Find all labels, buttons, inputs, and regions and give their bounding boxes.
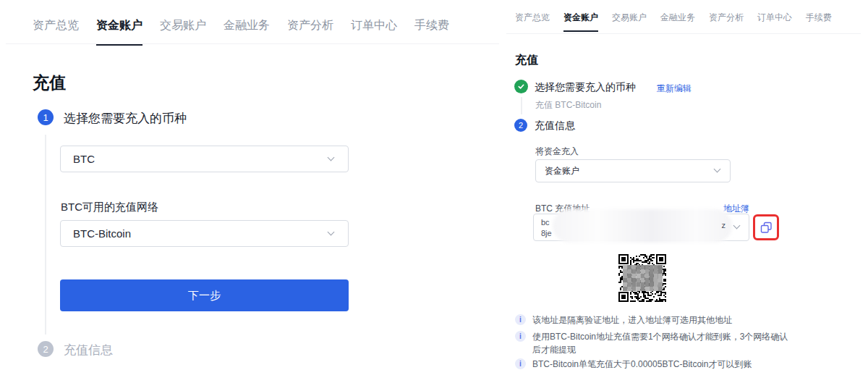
step1-label: 选择您需要充入的币种 <box>64 110 187 127</box>
tab-funding-account[interactable]: 资金账户 <box>563 12 598 32</box>
step-connector <box>45 135 46 334</box>
page-title: 充值 <box>33 72 66 94</box>
deposit-address-suffix: z <box>722 221 726 230</box>
note-text: BTC-Bitcoin单笔充值大于0.00005BTC-Bitcoin才可以到账 <box>532 358 790 371</box>
step2-indicator: 2 <box>514 119 527 132</box>
tab-asset-overview[interactable]: 资产总览 <box>515 12 550 32</box>
step2-label: 充值信息 <box>64 342 113 358</box>
note-text: 该地址是隔离验证地址，进入地址簿可选用其他地址 <box>532 313 790 327</box>
step1-summary: 充值 BTC-Bitcoin <box>535 99 601 111</box>
tab-asset-analysis[interactable]: 资产分析 <box>287 18 333 46</box>
tab-trading-account[interactable]: 交易账户 <box>612 12 647 32</box>
chevron-down-icon <box>733 222 741 230</box>
redaction-blur <box>553 209 732 243</box>
step1-indicator: 1 <box>38 109 54 125</box>
tab-asset-overview[interactable]: 资产总览 <box>33 18 79 46</box>
coin-select-value: BTC <box>73 153 95 165</box>
network-select[interactable]: BTC-Bitcoin <box>60 220 349 247</box>
deposit-to-label: 将资金充入 <box>535 146 579 158</box>
deposit-address-select[interactable]: bc 8je z <box>533 214 749 241</box>
note-text: 使用BTC-Bitcoin地址充值需要1个网络确认才能到账，3个网络确认后才能提… <box>532 330 790 356</box>
note-item: i 该地址是隔离验证地址，进入地址簿可选用其他地址 <box>515 313 790 327</box>
tab-fees[interactable]: 手续费 <box>806 12 832 32</box>
tabbar-divider <box>506 33 861 34</box>
highlight-box <box>753 214 779 240</box>
tab-funding-account[interactable]: 资金账户 <box>96 18 142 46</box>
chevron-down-icon <box>714 166 721 173</box>
deposit-page-step2: 资产总览 资金账户 交易账户 金融业务 资产分析 订单中心 手续费 充值 选择您… <box>506 0 868 383</box>
tab-financial-services[interactable]: 金融业务 <box>660 12 695 32</box>
copy-icon <box>760 222 773 234</box>
network-select-value: BTC-Bitcoin <box>73 227 131 240</box>
step1-label: 选择您需要充入的币种 <box>535 81 636 94</box>
step-connector <box>521 97 522 114</box>
tab-asset-analysis[interactable]: 资产分析 <box>709 12 744 32</box>
deposit-address-text: bc 8je <box>541 217 552 239</box>
tab-order-center[interactable]: 订单中心 <box>351 18 397 46</box>
info-icon: i <box>515 314 526 325</box>
info-icon: i <box>515 331 526 342</box>
re-edit-link[interactable]: 重新编辑 <box>657 83 692 95</box>
note-item: i 使用BTC-Bitcoin地址充值需要1个网络确认才能到账，3个网络确认后才… <box>515 330 790 356</box>
step2-label: 充值信息 <box>535 119 575 132</box>
note-item: i BTC-Bitcoin单笔充值大于0.00005BTC-Bitcoin才可以… <box>515 358 790 371</box>
tabbar-divider <box>6 43 499 44</box>
page-title: 充值 <box>515 53 538 68</box>
info-icon: i <box>515 358 526 369</box>
account-tab-bar: 资产总览 资金账户 交易账户 金融业务 资产分析 订单中心 手续费 <box>33 18 449 46</box>
tab-fees[interactable]: 手续费 <box>414 18 449 46</box>
account-select-value: 资金账户 <box>545 165 579 177</box>
network-label: BTC可用的充值网络 <box>61 201 158 214</box>
coin-select[interactable]: BTC <box>60 146 349 172</box>
next-step-button[interactable]: 下一步 <box>60 279 349 311</box>
tab-financial-services[interactable]: 金融业务 <box>224 18 270 46</box>
chevron-down-icon <box>328 153 335 161</box>
chevron-down-icon <box>328 228 335 235</box>
deposit-page-desktop: 资产总览 资金账户 交易账户 金融业务 资产分析 订单中心 手续费 充值 1 选… <box>0 0 499 383</box>
copy-address-button[interactable] <box>759 220 773 235</box>
step2-indicator: 2 <box>38 341 54 357</box>
account-tab-bar-small: 资产总览 资金账户 交易账户 金融业务 资产分析 订单中心 手续费 <box>515 12 832 32</box>
tab-trading-account[interactable]: 交易账户 <box>160 18 206 46</box>
account-select[interactable]: 资金账户 <box>535 159 731 182</box>
deposit-qr-code <box>618 254 668 303</box>
step1-done-check-icon <box>514 80 528 93</box>
tab-order-center[interactable]: 订单中心 <box>757 12 792 32</box>
